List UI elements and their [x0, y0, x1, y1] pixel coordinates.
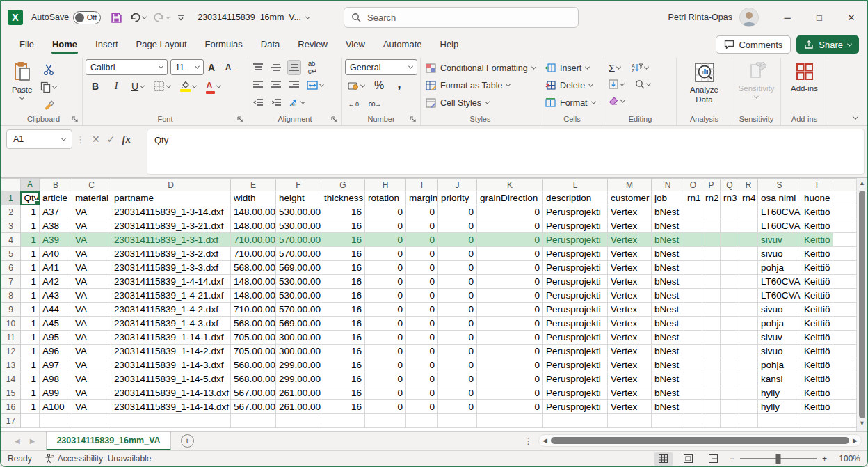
cell-C4[interactable]: VA	[72, 233, 111, 247]
cell-J14[interactable]: 0	[438, 372, 477, 386]
cell-N16[interactable]: bNest	[652, 400, 684, 414]
cell-T14[interactable]: Keittiö	[801, 372, 833, 386]
cell-H12[interactable]: 0	[365, 345, 406, 358]
zoom-level[interactable]: 100%	[834, 454, 860, 464]
cell-C9[interactable]: VA	[72, 303, 111, 317]
cell-O7[interactable]	[684, 275, 702, 289]
cell-K14[interactable]: 0	[477, 372, 543, 386]
cell-R14[interactable]	[739, 372, 758, 386]
cell-I2[interactable]: 0	[406, 205, 438, 219]
cell-N17[interactable]	[652, 414, 684, 428]
cell-S3[interactable]: LT60CVA	[758, 219, 801, 233]
top-align-button[interactable]	[251, 60, 265, 75]
zoom-slider[interactable]	[740, 458, 817, 459]
cell-filler[interactable]	[833, 205, 857, 219]
cell-E3[interactable]: 148.00.00	[231, 219, 276, 233]
cell-R6[interactable]	[739, 261, 758, 275]
row-header-4[interactable]: 4	[1, 233, 21, 247]
cell-A8[interactable]: 1	[21, 289, 40, 303]
cell-R12[interactable]	[739, 345, 758, 358]
row-header-14[interactable]: 14	[1, 372, 21, 386]
cell-D14[interactable]: 230314115839_1-14-5.dxf	[111, 372, 231, 386]
cell-F3[interactable]: 530.00.00	[276, 219, 321, 233]
autosum-button[interactable]: Σ	[607, 60, 622, 75]
cell-A14[interactable]: 1	[21, 372, 40, 386]
tab-help[interactable]: Help	[431, 35, 468, 54]
cell-Q9[interactable]	[721, 303, 739, 317]
bold-button[interactable]: B	[88, 79, 102, 94]
cell-H10[interactable]: 0	[365, 317, 406, 331]
document-title[interactable]: 230314115839_16mm_V...	[198, 13, 310, 22]
undo-button[interactable]	[129, 12, 146, 23]
cell-C17[interactable]	[72, 414, 111, 428]
cell-B9[interactable]: A44	[40, 303, 72, 317]
row-header-2[interactable]: 2	[1, 205, 21, 219]
cell-E11[interactable]: 705.00.00	[231, 331, 276, 345]
cell-C12[interactable]: VA	[72, 345, 111, 358]
collapse-ribbon-icon[interactable]	[853, 113, 858, 119]
accessibility-status[interactable]: ? Accessibility: Unavailable	[45, 454, 152, 464]
autosave-toggle[interactable]: Off	[73, 11, 101, 24]
cell-O9[interactable]	[684, 303, 702, 317]
customize-qat-button[interactable]	[177, 13, 185, 22]
cell-K11[interactable]: 0	[477, 331, 543, 345]
cell-A17[interactable]	[21, 414, 40, 428]
cell-O2[interactable]	[684, 205, 702, 219]
cell-S15[interactable]: hylly	[758, 386, 801, 400]
tab-review[interactable]: Review	[289, 35, 337, 54]
cell-Q1[interactable]: rn3	[721, 191, 739, 205]
tab-formulas[interactable]: Formulas	[196, 35, 252, 54]
cell-H2[interactable]: 0	[365, 205, 406, 219]
cell-E14[interactable]: 568.00.00	[231, 372, 276, 386]
cell-P12[interactable]	[702, 345, 721, 358]
cell-Q13[interactable]	[721, 358, 739, 372]
formula-bar-divider-dots[interactable]: ⋮	[76, 134, 85, 145]
cell-R16[interactable]	[739, 400, 758, 414]
cell-H8[interactable]: 0	[365, 289, 406, 303]
prev-sheet-icon[interactable]: ◀	[15, 437, 20, 445]
cell-T16[interactable]: Keittiö	[801, 400, 833, 414]
cell-H14[interactable]: 0	[365, 372, 406, 386]
cell-F4[interactable]: 570.00.00	[276, 233, 321, 247]
cell-K3[interactable]: 0	[477, 219, 543, 233]
cell-K5[interactable]: 0	[477, 247, 543, 261]
align-center-button[interactable]	[269, 77, 283, 93]
increase-indent-button[interactable]	[269, 95, 283, 110]
increase-font-button[interactable]: Aˆ	[207, 60, 220, 75]
tab-insert[interactable]: Insert	[86, 35, 127, 54]
cell-M11[interactable]: Vertex	[608, 331, 652, 345]
cell-I15[interactable]: 0	[406, 386, 438, 400]
cell-D13[interactable]: 230314115839_1-14-3.dxf	[111, 358, 231, 372]
cell-H4[interactable]: 0	[365, 233, 406, 247]
zoom-slider-thumb[interactable]	[775, 454, 780, 464]
excel-logo-icon[interactable]: X	[8, 10, 23, 25]
cell-A13[interactable]: 1	[21, 358, 40, 372]
cell-H16[interactable]: 0	[365, 400, 406, 414]
cell-P11[interactable]	[702, 331, 721, 345]
redo-button[interactable]	[153, 12, 170, 23]
cell-B15[interactable]: A99	[40, 386, 72, 400]
cell-K15[interactable]: 0	[477, 386, 543, 400]
cell-filler[interactable]	[833, 386, 857, 400]
cut-button[interactable]	[39, 62, 58, 77]
column-header-E[interactable]: E	[231, 179, 276, 191]
cell-L2[interactable]: Perusprojekti	[543, 205, 608, 219]
cell-N8[interactable]: bNest	[652, 289, 684, 303]
cell-Q2[interactable]	[721, 205, 739, 219]
cell-B4[interactable]: A39	[40, 233, 72, 247]
cell-D11[interactable]: 230314115839_1-14-1.dxf	[111, 331, 231, 345]
name-box[interactable]: A1	[6, 129, 72, 149]
cell-C3[interactable]: VA	[72, 219, 111, 233]
cell-P17[interactable]	[702, 414, 721, 428]
column-header-K[interactable]: K	[477, 179, 543, 191]
cell-R7[interactable]	[739, 275, 758, 289]
cell-S17[interactable]	[758, 414, 801, 428]
cell-G13[interactable]: 16	[321, 358, 365, 372]
bottom-align-button[interactable]	[287, 60, 301, 75]
enter-entry-button[interactable]: ✓	[107, 134, 115, 145]
cell-J7[interactable]: 0	[438, 275, 477, 289]
cell-R9[interactable]	[739, 303, 758, 317]
cell-F7[interactable]: 530.00.00	[276, 275, 321, 289]
cell-L6[interactable]: Perusprojekti	[543, 261, 608, 275]
close-button[interactable]: ✕	[835, 1, 867, 34]
